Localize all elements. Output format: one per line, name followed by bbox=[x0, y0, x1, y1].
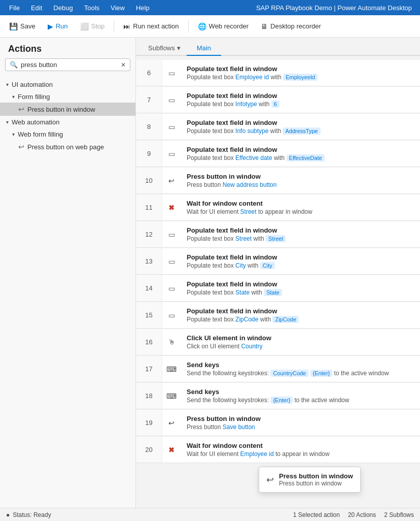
table-row[interactable]: 12 ▭ Populate text field in window Popul… bbox=[136, 221, 420, 248]
row-number: 15 bbox=[136, 302, 162, 328]
row-title: Populate text field in window bbox=[187, 65, 414, 73]
save-button[interactable]: 💾 Save bbox=[4, 20, 41, 33]
sidebar-item-press-button-window[interactable]: ↩ Press button in window bbox=[0, 103, 135, 116]
row-type-icon: ✖ bbox=[162, 194, 181, 220]
row-number: 20 bbox=[136, 437, 162, 463]
run-next-icon: ⏭ bbox=[123, 22, 130, 30]
save-icon: 💾 bbox=[9, 22, 18, 30]
tooltip-popup: ↩ Press button in window Press button in… bbox=[259, 467, 361, 493]
row-title: Send keys bbox=[187, 388, 414, 396]
web-recorder-label: Web recorder bbox=[209, 22, 249, 30]
search-input[interactable] bbox=[21, 61, 121, 69]
app-title: SAP RPA Playbook Demo | Power Automate D… bbox=[256, 4, 416, 12]
row-content: Wait for window content Wait for UI elem… bbox=[181, 194, 420, 220]
desktop-recorder-label: Desktop recorder bbox=[270, 22, 321, 30]
toolbar-sep1 bbox=[114, 20, 114, 32]
tree-group-ui-automation[interactable]: ▾ UI automation bbox=[0, 78, 135, 91]
table-row[interactable]: 19 ↩ Press button in window Press button… bbox=[136, 410, 420, 436]
menu-file[interactable]: File bbox=[4, 2, 25, 14]
row-title: Send keys bbox=[187, 361, 414, 369]
row-title: Click UI element in window bbox=[187, 334, 414, 342]
row-number: 6 bbox=[136, 60, 162, 86]
search-box[interactable]: 🔍 ✕ bbox=[5, 58, 130, 71]
row-title: Populate text field in window bbox=[187, 280, 414, 288]
row-title: Press button in window bbox=[187, 173, 414, 180]
row-number: 8 bbox=[136, 114, 162, 140]
run-button[interactable]: ▶ Run bbox=[43, 20, 73, 33]
tree-group-web-automation[interactable]: ▾ Web automation bbox=[0, 116, 135, 128]
flow-canvas[interactable]: 6 ▭ Populate text field in window Popula… bbox=[136, 56, 420, 508]
row-number: 9 bbox=[136, 141, 162, 167]
subflows-count: 2 Subflows bbox=[384, 511, 414, 518]
menu-debug[interactable]: Debug bbox=[48, 2, 78, 14]
menu-help[interactable]: Help bbox=[131, 2, 155, 14]
row-title: Press button in window bbox=[187, 415, 414, 422]
table-row[interactable]: 17 ⌨ Send keys Send the following keystr… bbox=[136, 356, 420, 382]
row-content: Send keys Send the following keystrokes:… bbox=[181, 383, 420, 409]
chevron-down-icon: ▾ bbox=[6, 119, 9, 125]
row-content: Populate text field in window Populate t… bbox=[181, 87, 420, 113]
toolbar: 💾 Save ▶ Run ⬜ Stop ⏭ Run next action 🌐 … bbox=[0, 15, 420, 38]
desktop-recorder-button[interactable]: 🖥 Desktop recorder bbox=[256, 20, 326, 33]
web-automation-label: Web automation bbox=[12, 118, 59, 126]
table-row[interactable]: 6 ▭ Populate text field in window Popula… bbox=[136, 60, 420, 86]
sidebar-item-press-button-webpage[interactable]: ↩ Press button on web page bbox=[0, 140, 135, 153]
row-number: 18 bbox=[136, 383, 162, 409]
row-type-icon: ▭ bbox=[162, 114, 181, 140]
row-content: Click UI element in window Click on UI e… bbox=[181, 329, 420, 355]
table-row[interactable]: 11 ✖ Wait for window content Wait for UI… bbox=[136, 194, 420, 221]
table-row[interactable]: 16 🖱 Click UI element in window Click on… bbox=[136, 329, 420, 355]
chevron-down-icon: ▾ bbox=[177, 44, 181, 52]
tabs-bar: Subflows ▾ Main bbox=[136, 38, 420, 56]
row-number: 11 bbox=[136, 194, 162, 220]
table-row[interactable]: 10 ↩ Press button in window Press button… bbox=[136, 168, 420, 194]
content-area: Subflows ▾ Main 6 ▭ Populate text field … bbox=[136, 38, 420, 508]
menu-view[interactable]: View bbox=[106, 2, 130, 14]
web-recorder-icon: 🌐 bbox=[198, 22, 206, 30]
web-form-filling-label: Web form filling bbox=[18, 131, 63, 138]
web-recorder-button[interactable]: 🌐 Web recorder bbox=[193, 20, 254, 33]
table-row[interactable]: 14 ▭ Populate text field in window Popul… bbox=[136, 275, 420, 302]
status-right: 1 Selected action 20 Actions 2 Subflows bbox=[293, 511, 414, 518]
press-button-icon: ↩ bbox=[18, 105, 24, 113]
ui-automation-label: UI automation bbox=[12, 81, 53, 88]
status-bar: ● Status: Ready 1 Selected action 20 Act… bbox=[0, 508, 420, 521]
table-row[interactable]: 18 ⌨ Send keys Send the following keystr… bbox=[136, 383, 420, 409]
row-type-icon: ▭ bbox=[162, 248, 181, 274]
table-row[interactable]: 9 ▭ Populate text field in window Popula… bbox=[136, 141, 420, 167]
stop-icon: ⬜ bbox=[80, 22, 89, 30]
row-type-icon: ✖ bbox=[162, 437, 181, 463]
menu-tools[interactable]: Tools bbox=[79, 2, 104, 14]
row-number: 12 bbox=[136, 221, 162, 247]
tab-main[interactable]: Main bbox=[187, 41, 221, 56]
stop-button[interactable]: ⬜ Stop bbox=[75, 20, 110, 33]
press-button-window-label: Press button in window bbox=[27, 106, 95, 113]
chevron-down-icon: ▾ bbox=[12, 132, 15, 137]
menu-edit[interactable]: Edit bbox=[26, 2, 47, 14]
row-type-icon: ▭ bbox=[162, 275, 181, 301]
row-title: Wait for window content bbox=[187, 200, 414, 207]
run-next-button[interactable]: ⏭ Run next action bbox=[118, 20, 184, 33]
row-number: 7 bbox=[136, 87, 162, 113]
table-row[interactable]: 13 ▭ Populate text field in window Popul… bbox=[136, 248, 420, 275]
row-title: Populate text field in window bbox=[187, 146, 414, 153]
row-type-icon: ▭ bbox=[162, 141, 181, 167]
table-row[interactable]: 15 ▭ Populate text field in window Popul… bbox=[136, 302, 420, 329]
tree-sub-web-form-filling[interactable]: ▾ Web form filling bbox=[0, 128, 135, 140]
row-type-icon: 🖱 bbox=[162, 329, 181, 355]
table-row[interactable]: 7 ▭ Populate text field in window Popula… bbox=[136, 87, 420, 113]
actions-tree: ▾ UI automation ▾ Form filling ↩ Press b… bbox=[0, 76, 135, 508]
tab-subflows[interactable]: Subflows ▾ bbox=[142, 41, 187, 56]
chevron-down-icon: ▾ bbox=[6, 82, 9, 87]
status-left: ● Status: Ready bbox=[6, 511, 51, 518]
tab-main-label: Main bbox=[197, 44, 211, 52]
form-filling-label: Form filling bbox=[18, 93, 50, 101]
row-content: Populate text field in window Populate t… bbox=[181, 302, 420, 328]
table-row[interactable]: 8 ▭ Populate text field in window Popula… bbox=[136, 114, 420, 140]
search-clear-icon[interactable]: ✕ bbox=[121, 61, 126, 69]
sidebar: Actions 🔍 ✕ ▾ UI automation ▾ Form filli… bbox=[0, 38, 136, 508]
tree-sub-form-filling[interactable]: ▾ Form filling bbox=[0, 91, 135, 103]
row-title: Populate text field in window bbox=[187, 253, 414, 261]
table-row[interactable]: 20 ✖ Wait for window content Wait for UI… bbox=[136, 437, 420, 463]
search-icon: 🔍 bbox=[10, 61, 18, 69]
